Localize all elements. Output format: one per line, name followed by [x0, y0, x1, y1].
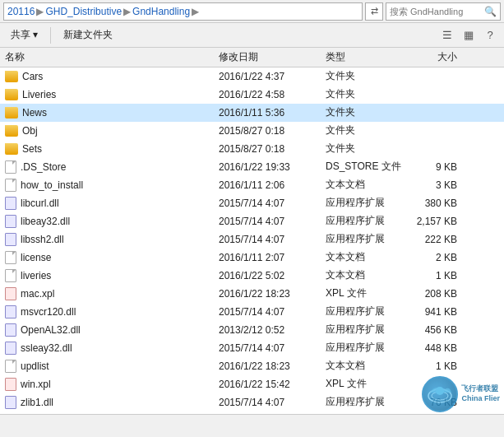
file-size: 941 KB — [408, 306, 457, 318]
file-date: 2016/1/22 18:23 — [219, 360, 326, 372]
file-date: 2016/1/11 2:06 — [219, 179, 326, 191]
table-row[interactable]: liveries 2016/1/22 5:02 文本文档 1 KB — [0, 267, 504, 285]
search-box[interactable]: 🔍 — [386, 2, 501, 21]
share-button[interactable]: 共享 ▾ — [5, 26, 44, 44]
file-name: zlib1.dll — [5, 396, 219, 409]
file-date: 2015/7/14 4:07 — [219, 306, 326, 318]
file-name-label: zlib1.dll — [21, 397, 53, 408]
new-folder-button[interactable]: 新建文件夹 — [58, 26, 118, 44]
file-size: 2 KB — [408, 252, 457, 263]
address-path[interactable]: 20116 ▶ GHD_Distributive ▶ GndHandling ▶ — [3, 2, 363, 21]
folder-icon — [5, 107, 18, 119]
file-name: msvcr120.dll — [5, 305, 219, 318]
file-date: 2015/7/14 4:07 — [219, 216, 326, 227]
file-type: 文件夹 — [326, 69, 408, 83]
table-row[interactable]: .DS_Store 2016/1/22 19:33 DS_STORE 文件 9 … — [0, 158, 504, 176]
help-button[interactable]: ? — [481, 26, 499, 44]
file-name: Cars — [5, 71, 219, 82]
file-type: 文本文档 — [326, 268, 408, 282]
table-row[interactable]: libssh2.dll 2015/7/14 4:07 应用程序扩展 222 KB — [0, 230, 504, 249]
share-label: 共享 ▾ — [11, 28, 38, 42]
file-name-label: News — [22, 107, 47, 119]
dll-icon — [5, 323, 16, 337]
table-row[interactable]: updlist 2016/1/22 18:23 文本文档 1 KB — [0, 357, 504, 375]
view-list-button[interactable]: ☰ — [438, 26, 456, 44]
path-sep-3: ▶ — [192, 6, 199, 17]
file-name: libeay32.dll — [5, 215, 219, 228]
table-row[interactable]: license 2016/1/11 2:07 文本文档 2 KB — [0, 249, 504, 267]
file-type: 应用程序扩展 — [326, 232, 408, 246]
table-row[interactable]: Obj 2015/8/27 0:18 文件夹 — [0, 122, 504, 140]
file-size: 448 KB — [408, 342, 457, 354]
file-size: 208 KB — [408, 288, 457, 300]
file-name-label: libcurl.dll — [21, 198, 59, 209]
table-row[interactable]: Sets 2015/8/27 0:18 文件夹 — [0, 140, 504, 158]
file-name: mac.xpl — [5, 287, 219, 300]
file-date: 2016/1/22 4:58 — [219, 89, 326, 100]
col-header-date[interactable]: 修改日期 — [219, 50, 326, 64]
file-size: 1 KB — [408, 270, 457, 281]
file-name: liveries — [5, 269, 219, 282]
xpl-icon — [5, 378, 16, 391]
status-bar — [0, 414, 504, 437]
col-header-name[interactable]: 名称 — [5, 50, 219, 64]
address-bar: 20116 ▶ GHD_Distributive ▶ GndHandling ▶… — [0, 0, 504, 23]
table-row[interactable]: how_to_install 2016/1/11 2:06 文本文档 3 KB — [0, 176, 504, 194]
file-type: 应用程序扩展 — [326, 395, 408, 409]
table-row[interactable]: News 2016/1/11 5:36 文件夹 — [0, 104, 504, 122]
search-icon: 🔍 — [484, 6, 497, 17]
file-type: 文本文档 — [326, 250, 408, 264]
svg-point-2 — [436, 387, 444, 395]
file-name: Obj — [5, 125, 219, 137]
folder-icon — [5, 71, 18, 82]
table-row[interactable]: msvcr120.dll 2015/7/14 4:07 应用程序扩展 941 K… — [0, 303, 504, 321]
table-row[interactable]: libcurl.dll 2015/7/14 4:07 应用程序扩展 380 KB — [0, 194, 504, 212]
table-row[interactable]: Liveries 2016/1/22 4:58 文件夹 — [0, 86, 504, 104]
view-details-button[interactable]: ▦ — [460, 26, 478, 44]
col-header-type[interactable]: 类型 — [326, 50, 408, 64]
path-segment-2[interactable]: GHD_Distributive — [45, 6, 122, 17]
file-name: license — [5, 251, 219, 264]
file-type: 文本文档 — [326, 359, 408, 373]
file-name-label: libssh2.dll — [21, 234, 64, 245]
file-type: 应用程序扩展 — [326, 196, 408, 210]
search-input[interactable] — [390, 7, 484, 16]
file-name-label: ssleay32.dll — [21, 342, 72, 354]
table-row[interactable]: libeay32.dll 2015/7/14 4:07 应用程序扩展 2,157… — [0, 212, 504, 230]
nav-button[interactable]: ⇄ — [365, 2, 383, 21]
file-name: win.xpl — [5, 378, 219, 391]
file-list: Cars 2016/1/22 4:37 文件夹 Liveries 2016/1/… — [0, 67, 504, 414]
file-name: ssleay32.dll — [5, 342, 219, 355]
table-row[interactable]: mac.xpl 2016/1/22 18:23 XPL 文件 208 KB — [0, 285, 504, 303]
folder-icon — [5, 143, 18, 155]
file-name: Sets — [5, 143, 219, 155]
file-name-label: .DS_Store — [21, 161, 66, 173]
file-size: 2,157 KB — [408, 216, 457, 227]
file-type: 应用程序扩展 — [326, 323, 408, 337]
file-name-label: liveries — [21, 270, 51, 281]
file-icon — [5, 160, 16, 174]
col-header-size[interactable]: 大小 — [408, 50, 457, 64]
path-segment-1[interactable]: 20116 — [7, 6, 35, 17]
watermark-logo — [422, 376, 458, 412]
file-date: 2015/8/27 0:18 — [219, 143, 326, 155]
file-type: 应用程序扩展 — [326, 214, 408, 228]
file-name: .DS_Store — [5, 160, 219, 174]
file-icon — [5, 179, 16, 192]
file-name-label: mac.xpl — [21, 288, 54, 300]
file-type: 文件夹 — [326, 87, 408, 101]
file-name: Liveries — [5, 89, 219, 100]
path-segment-3[interactable]: GndHandling — [132, 6, 190, 17]
file-date: 2016/1/22 15:42 — [219, 379, 326, 390]
table-row[interactable]: ssleay32.dll 2015/7/14 4:07 应用程序扩展 448 K… — [0, 339, 504, 357]
file-name: libcurl.dll — [5, 197, 219, 210]
file-date: 2015/7/14 4:07 — [219, 234, 326, 245]
file-type: XPL 文件 — [326, 377, 408, 391]
dll-icon — [5, 342, 16, 355]
dll-icon — [5, 396, 16, 409]
file-type: 应用程序扩展 — [326, 305, 408, 318]
file-name: updlist — [5, 360, 219, 373]
table-row[interactable]: OpenAL32.dll 2013/2/12 0:52 应用程序扩展 456 K… — [0, 321, 504, 339]
table-row[interactable]: Cars 2016/1/22 4:37 文件夹 — [0, 67, 504, 86]
dll-icon — [5, 197, 16, 210]
